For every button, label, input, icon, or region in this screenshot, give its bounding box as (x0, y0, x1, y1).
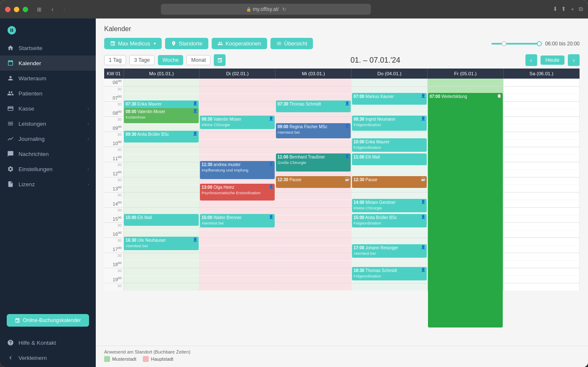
today-button[interactable]: Heute (541, 55, 564, 65)
event-mo-1630[interactable]: 16:30 Ute Neuhauser 👤 Atemtest bei (124, 237, 199, 250)
sidebar-label-lizenz: Lizenz (18, 181, 83, 187)
event-do-1700[interactable]: 17:00 Johann Reisinger 👤 Atemtest bei (352, 244, 427, 258)
time-label-1900: 1900 (104, 275, 123, 283)
cell-1600-col1 (200, 230, 276, 238)
reload-icon[interactable]: ↻ (282, 7, 286, 12)
uebersicht-button[interactable]: Übersicht (270, 38, 313, 49)
time-row-1400: 1400 (104, 200, 580, 207)
view-1-tag[interactable]: 1 Tag (104, 55, 126, 65)
back-button[interactable]: ‹ (47, 5, 58, 14)
time-range-slider[interactable] (491, 41, 542, 47)
time-label-1530: 30 (104, 222, 123, 230)
sidebar-item-einstellungen[interactable]: Einstellungen › (0, 161, 96, 177)
standorte-button[interactable]: Standorte (165, 38, 208, 49)
slider-left-handle[interactable] (501, 41, 507, 46)
event-do-1500[interactable]: 15:00 Anita Brüller BSc 👤 Folgeordinatio… (352, 214, 427, 227)
online-booking-button[interactable]: Online-Buchungskalender (7, 314, 89, 327)
doctor-dropdown-icon: ▾ (154, 41, 156, 46)
cell-700-col1 (200, 94, 276, 101)
cell-1200-col5 (504, 169, 580, 177)
cell-1900-col5 (504, 275, 580, 283)
next-week-button[interactable]: › (568, 54, 580, 66)
slider-right-handle[interactable] (537, 41, 542, 46)
cell-1830-col0 (123, 268, 200, 275)
event-di-1130[interactable]: 11:30 andrea muster 👤 Impfberatung und I… (200, 161, 275, 179)
event-do-0700[interactable]: 07:00 Markus Kauner 👤 (352, 93, 427, 105)
event-mo-0930[interactable]: 09:30 Anita Brüller BSc 👤 (124, 131, 199, 143)
cell-1530-col5 (504, 222, 580, 230)
view-3-tage[interactable]: 3 Tage (129, 55, 154, 65)
sidebar-item-kalender[interactable]: Kalender (0, 55, 96, 71)
leistungen-chevron: › (87, 121, 89, 126)
main-layout: Startseite Kalender Warteraum (0, 18, 588, 367)
event-di-0830[interactable]: 08:30 Valentin Moser 👤 Kleine Chirurgie (200, 116, 275, 129)
doctor-button[interactable]: Max Medicus ▾ (104, 38, 162, 49)
event-di-1500[interactable]: 15:00 Walter Brenner 👤 Atemtest bei (200, 214, 275, 227)
add-tab-icon[interactable]: ＋ (570, 5, 575, 13)
sidebar-item-warteraum[interactable]: Warteraum (0, 71, 96, 86)
sidebar-item-startseite[interactable]: Startseite (0, 40, 96, 55)
cell-1700-col5 (504, 245, 580, 253)
forward-button[interactable]: › (58, 5, 70, 14)
sidebar-collapse[interactable]: Verkleinern (0, 350, 96, 365)
sidebar-toggle-icon[interactable]: ⊞ (33, 5, 45, 13)
sidebar-navigation: Startseite Kalender Warteraum (0, 39, 96, 309)
kooperationen-button[interactable]: Kooperationen (212, 38, 267, 49)
download-icon[interactable]: ⬇ (553, 5, 558, 13)
sidebar-item-nachrichten[interactable]: Nachrichten (0, 146, 96, 161)
cell-630-col5 (504, 86, 580, 94)
event-mi-0900[interactable]: 09:00 Regina Fischer MSc 👤 Atemtest bei (276, 123, 351, 138)
event-mo-0800[interactable]: 08:00 Valentin Moser 👤 Kostenlose (124, 108, 199, 123)
event-do-1400[interactable]: 14:00 Miriam Gerstner 👤 Kleine Chirurgie (352, 199, 427, 212)
cell-1130-col5 (504, 162, 580, 169)
event-di-1300[interactable]: 13:00 Olga Heinz 👤 Psychosomatische Erst… (200, 184, 275, 201)
sa-header: Sa (06.01.) (504, 69, 580, 79)
event-mo-1500[interactable]: 15:00 Elli Mall (124, 214, 199, 226)
sidebar-item-lizenz[interactable]: Lizenz › (0, 177, 96, 192)
calendar-toolbar: Max Medicus ▾ Standorte Kooperationen Üb… (104, 38, 580, 49)
sidebar-item-patienten[interactable]: Patienten (0, 86, 96, 101)
view-woche[interactable]: Woche (158, 55, 184, 65)
time-range-label: 06:00 bis 20:00 (545, 41, 580, 47)
fr-header: Fr (05.01.) (428, 69, 504, 79)
close-button[interactable] (5, 7, 10, 12)
sidebar-item-journaling[interactable]: Journaling › (0, 131, 96, 146)
event-do-1830[interactable]: 18:30 Thomas Schmidt 👤 Folgeordination (352, 267, 427, 280)
view-monat[interactable]: Monat (186, 55, 210, 65)
minimize-button[interactable] (14, 7, 19, 12)
cell-700-col5 (504, 94, 580, 101)
cell-1500-col2 (276, 215, 352, 222)
cell-1230-col0 (123, 177, 200, 185)
cell-1800-col2 (276, 260, 352, 268)
cell-1900-col1 (200, 275, 276, 283)
tabs-icon[interactable]: ⧉ (579, 5, 583, 13)
event-mi-1100[interactable]: 11:00 Bernhard Traußner 👤 Große Chirurgi… (276, 153, 351, 172)
time-label-1330: 30 (104, 192, 123, 200)
time-label-600: 0600 (104, 79, 123, 86)
event-do-1100[interactable]: 11:00 Elli Mall (352, 153, 427, 165)
prev-week-button[interactable]: ‹ (525, 54, 537, 66)
sidebar-help[interactable]: Hilfe & Kontakt (0, 335, 96, 350)
event-fr-0700[interactable]: 07:00 Weiterbildung 📋 (428, 93, 503, 327)
sidebar-label-warteraum: Warteraum (18, 75, 89, 82)
address-bar[interactable]: 🔒 my.offisy.at/ ↻ (161, 4, 371, 15)
time-label-1830: 30 (104, 268, 123, 275)
event-do-0830[interactable]: 08:30 Ingrid Neumann 👤 Folgeordination (352, 116, 427, 131)
share-icon[interactable]: ⬆ (561, 5, 566, 13)
cell-600-col2 (276, 79, 352, 86)
sidebar-item-leistungen[interactable]: Leistungen › (0, 116, 96, 131)
event-mi-0730[interactable]: 07:30 Thomas Schmidt 👤 (276, 100, 351, 112)
cell-1430-col5 (504, 207, 580, 215)
maximize-button[interactable] (23, 7, 28, 12)
sidebar-item-kasse[interactable]: Kasse › (0, 101, 96, 116)
event-do-1000[interactable]: 10:00 Erika Maurer Folgeordination (352, 138, 427, 152)
content-header: Kalender Max Medicus ▾ Standorte Koopera… (96, 18, 588, 53)
time-label-800: 0800 (104, 109, 123, 116)
event-mi-1230[interactable]: 12:30 Pause ☕ (276, 176, 351, 188)
cell-1230-col5 (504, 177, 580, 185)
cell-1930-col5 (504, 283, 580, 290)
cell-1000-col5 (504, 139, 580, 147)
time-label-630: 30 (104, 86, 123, 94)
event-do-1230[interactable]: 12:30 Pause ☕ (352, 176, 427, 188)
calendar-date-picker-button[interactable] (214, 54, 226, 66)
